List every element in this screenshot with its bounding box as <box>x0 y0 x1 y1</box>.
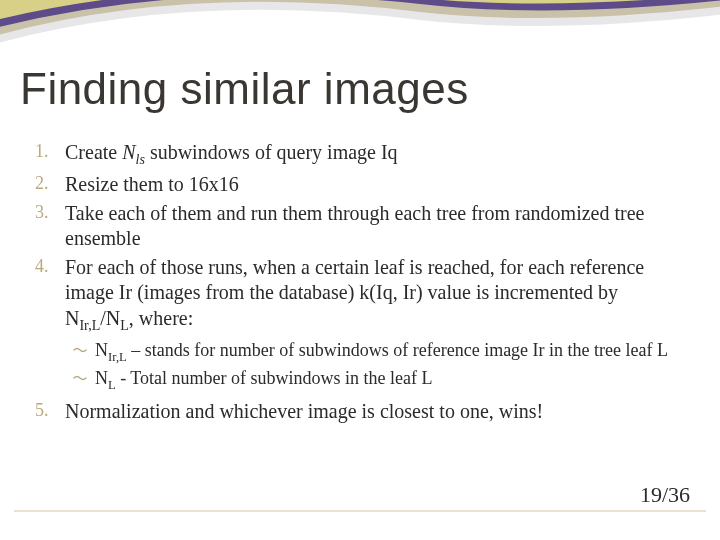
sub-item-text: NIr,L – stands for number of subwindows … <box>95 340 668 360</box>
slide: Finding similar images Create Nls subwin… <box>0 0 720 540</box>
list-item: Resize them to 16x16 <box>65 172 690 198</box>
list-item: For each of those runs, when a certain l… <box>65 255 690 394</box>
slide-title: Finding similar images <box>20 64 469 114</box>
item-text: Normalization and whichever image is clo… <box>65 400 543 422</box>
list-item: Take each of them and run them through e… <box>65 201 690 252</box>
list-item: Create Nls subwindows of query image Iq <box>65 140 690 169</box>
item-text: Take each of them and run them through e… <box>65 202 644 250</box>
item-text: Resize them to 16x16 <box>65 173 239 195</box>
footer-divider <box>14 510 706 512</box>
page-number: 19/36 <box>640 482 690 508</box>
sub-list-item: NIr,L – stands for number of subwindows … <box>95 339 690 365</box>
accent-decoration <box>0 0 720 50</box>
list-item: Normalization and whichever image is clo… <box>65 399 690 425</box>
item-text: Create Nls subwindows of query image Iq <box>65 141 398 163</box>
sub-list-item: NL - Total number of subwindows in the l… <box>95 367 690 393</box>
sub-item-text: NL - Total number of subwindows in the l… <box>95 368 433 388</box>
slide-body: Create Nls subwindows of query image Iq … <box>30 140 690 428</box>
item-text: For each of those runs, when a certain l… <box>65 256 644 329</box>
